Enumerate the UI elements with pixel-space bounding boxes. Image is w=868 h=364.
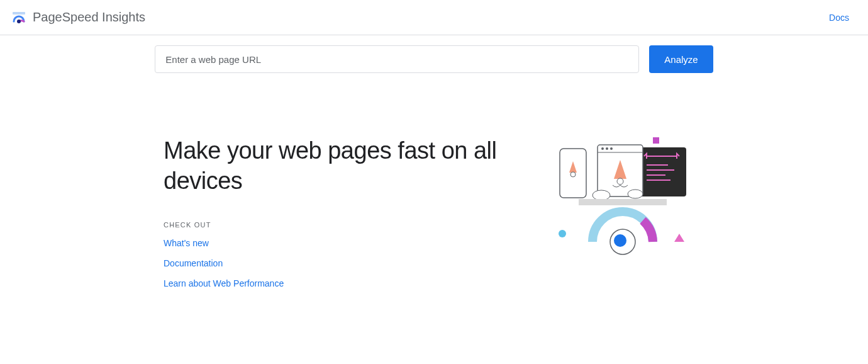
svg-point-25 bbox=[614, 234, 626, 247]
check-out-label: CHECK OUT bbox=[164, 221, 528, 229]
svg-point-1 bbox=[17, 20, 21, 23]
svg-point-7 bbox=[570, 172, 576, 177]
hero-heading: Make your web pages fast on all devices bbox=[164, 136, 528, 196]
list-item: Learn about Web Performance bbox=[164, 278, 528, 289]
list-item: What's new bbox=[164, 237, 528, 249]
whats-new-link[interactable]: What's new bbox=[164, 238, 209, 248]
svg-marker-4 bbox=[674, 234, 684, 242]
svg-point-17 bbox=[606, 147, 608, 150]
docs-link[interactable]: Docs bbox=[821, 8, 857, 28]
url-input[interactable] bbox=[155, 45, 639, 73]
svg-point-21 bbox=[593, 190, 610, 200]
svg-point-18 bbox=[610, 147, 613, 150]
header-left: PageSpeed Insights bbox=[11, 10, 145, 25]
svg-point-16 bbox=[601, 147, 604, 150]
svg-point-20 bbox=[617, 178, 623, 185]
analyze-button[interactable]: Analyze bbox=[649, 45, 713, 73]
header-title: PageSpeed Insights bbox=[33, 10, 145, 25]
learn-web-performance-link[interactable]: Learn about Web Performance bbox=[164, 278, 284, 288]
hero-section: Make your web pages fast on all devices … bbox=[151, 136, 717, 298]
search-row: Analyze bbox=[75, 45, 793, 73]
links-list: What's new Documentation Learn about Web… bbox=[164, 237, 528, 289]
svg-rect-0 bbox=[13, 12, 25, 14]
hero-text: Make your web pages fast on all devices … bbox=[164, 136, 528, 298]
svg-rect-2 bbox=[653, 137, 659, 144]
svg-point-22 bbox=[628, 190, 643, 198]
list-item: Documentation bbox=[164, 258, 528, 269]
hero-illustration bbox=[554, 136, 704, 262]
svg-rect-23 bbox=[579, 199, 667, 205]
documentation-link[interactable]: Documentation bbox=[164, 258, 223, 268]
header: PageSpeed Insights Docs bbox=[0, 0, 868, 35]
svg-point-3 bbox=[559, 230, 566, 237]
pagespeed-logo-icon bbox=[11, 10, 26, 25]
